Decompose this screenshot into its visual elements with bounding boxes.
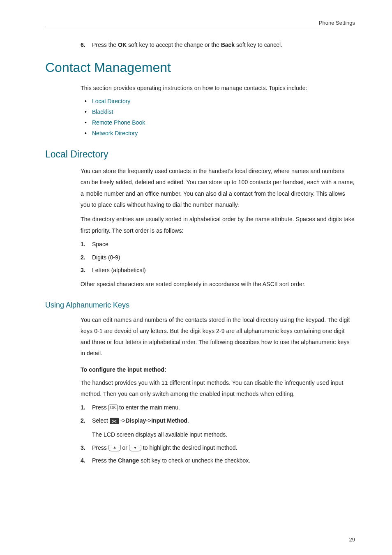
heading-alphanumeric-keys: Using Alphanumeric Keys: [45, 301, 355, 310]
link-local-directory[interactable]: Local Directory: [92, 98, 130, 104]
step1-text-b: to enter the main menu.: [118, 404, 180, 411]
contact-management-body: This section provides operating instruct…: [81, 83, 355, 136]
step-number: 4.: [81, 456, 85, 466]
sort-item-label: Letters (alphabetical): [92, 267, 146, 273]
display-label: Display: [126, 417, 146, 424]
num: 1.: [81, 240, 85, 250]
step1-text-a: Press: [92, 404, 108, 411]
local-directory-body: You can store the frequently used contac…: [81, 166, 355, 290]
step4-text-b: soft key to check or uncheck the checkbo…: [139, 457, 250, 464]
num: 3.: [81, 266, 85, 275]
step-number: 6.: [81, 40, 85, 50]
list-item: Remote Phone Book: [81, 119, 355, 126]
header-section-label: Phone Settings: [319, 20, 355, 26]
sort-order-list: 1.Space 2.Digits (0-9) 3.Letters (alphab…: [81, 240, 355, 275]
step3-mid: or: [121, 444, 129, 451]
num: 2.: [81, 253, 85, 263]
arrow2: ->: [146, 417, 151, 424]
step6-block: 6. Press the OK soft key to accept the c…: [81, 40, 355, 50]
step4-text-a: Press the: [92, 457, 118, 464]
step-number: 2.: [81, 416, 85, 426]
back-key-label: Back: [221, 42, 235, 48]
alphanumeric-body: You can edit names and numbers of the co…: [81, 314, 355, 466]
list-item: 3.Letters (alphabetical): [81, 266, 355, 275]
list-item: 1.Space: [81, 240, 355, 250]
step2-text-a: Select: [92, 417, 110, 424]
list-item: Local Directory: [81, 98, 355, 104]
link-blacklist[interactable]: Blacklist: [92, 109, 113, 115]
intro-text: This section provides operating instruct…: [81, 83, 355, 94]
input-method-steps: 1. Press OK to enter the main menu. 2. S…: [81, 403, 355, 466]
ak-para1: You can edit names and numbers of the co…: [81, 314, 355, 359]
list-item: 2.Digits (0-9): [81, 253, 355, 263]
ld-para2: The directory entries are usually sorted…: [81, 214, 355, 236]
step6-text-a: Press the: [92, 42, 118, 48]
step-number: 3.: [81, 443, 85, 453]
arrow1: ->: [119, 417, 126, 424]
step-2: 2. Select ->Display->Input Method. The L…: [81, 416, 355, 440]
ok-key-label: OK: [118, 42, 127, 48]
ld-para1: You can store the frequently used contac…: [81, 166, 355, 210]
step-number: 1.: [81, 403, 85, 413]
up-key-icon: [108, 445, 121, 451]
heading-local-directory: Local Directory: [45, 149, 355, 160]
change-key-label: Change: [118, 457, 139, 464]
link-remote-phone-book[interactable]: Remote Phone Book: [92, 119, 145, 126]
page: Phone Settings 6. Press the OK soft key …: [0, 0, 392, 555]
ok-key-icon: OK: [108, 405, 118, 411]
ld-para3: Other special characters are sorted comp…: [81, 279, 355, 290]
down-key-icon: [129, 445, 141, 451]
heading-contact-management: Contact Management: [45, 60, 355, 75]
sort-item-label: Digits (0-9): [92, 254, 120, 261]
step6-text-b: soft key to accept the change or the: [127, 42, 221, 48]
step3-text-a: Press: [92, 444, 108, 451]
step-1: 1. Press OK to enter the main menu.: [81, 403, 355, 413]
step-4: 4. Press the Change soft key to check or…: [81, 456, 355, 466]
configure-input-method-heading: To configure the input method:: [81, 365, 355, 375]
page-number: 29: [349, 536, 355, 543]
link-network-directory[interactable]: Network Directory: [92, 130, 138, 136]
step2-subtext: The LCD screen displays all available in…: [92, 430, 355, 440]
step3-text-b: to highlight the desired input method.: [141, 444, 238, 451]
sort-item-label: Space: [92, 241, 108, 247]
ak-para2: The handset provides you with 11 differe…: [81, 377, 355, 400]
step-3: 3. Press or to highlight the desired inp…: [81, 443, 355, 453]
settings-icon: [110, 418, 119, 424]
step6-text-c: soft key to cancel.: [235, 42, 282, 48]
page-header: Phone Settings: [45, 20, 355, 27]
step-6: 6. Press the OK soft key to accept the c…: [81, 40, 355, 50]
list-item: Network Directory: [81, 130, 355, 136]
list-item: Blacklist: [81, 109, 355, 115]
input-method-label: Input Method: [151, 417, 187, 424]
dot: .: [187, 417, 189, 424]
topic-link-list: Local Directory Blacklist Remote Phone B…: [81, 98, 355, 136]
